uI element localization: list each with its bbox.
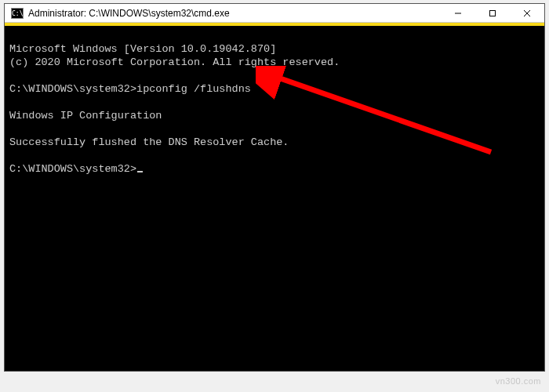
minimize-button[interactable] (441, 4, 475, 22)
terminal-content[interactable]: Microsoft Windows [Version 10.0.19042.87… (5, 26, 544, 371)
svg-line-5 (271, 75, 491, 152)
window-controls (441, 4, 544, 22)
maximize-button[interactable] (475, 4, 510, 22)
output-line: Microsoft Windows [Version 10.0.19042.87… (9, 43, 276, 55)
typed-command: ipconfig /flushdns (136, 83, 251, 95)
watermark-text: vn300.com (496, 376, 541, 386)
output-line: (c) 2020 Microsoft Corporation. All righ… (9, 56, 340, 68)
text-cursor (137, 171, 143, 172)
svg-rect-1 (490, 10, 496, 16)
window-title: Administrator: C:\WINDOWS\system32\cmd.e… (28, 8, 441, 19)
minimize-icon (454, 9, 462, 17)
prompt-line: C:\WINDOWS\system32> (9, 163, 143, 175)
output-line: Successfully flushed the DNS Resolver Ca… (9, 136, 289, 148)
annotation-arrow-icon (256, 66, 507, 160)
prompt: C:\WINDOWS\system32> (9, 83, 136, 95)
titlebar[interactable]: C:\ Administrator: C:\WINDOWS\system32\c… (5, 4, 544, 23)
maximize-icon (489, 9, 496, 17)
prompt: C:\WINDOWS\system32> (9, 163, 136, 175)
close-icon (523, 9, 531, 17)
prompt-line: C:\WINDOWS\system32>ipconfig /flushdns (9, 83, 251, 95)
cmd-icon: C:\ (11, 8, 24, 19)
close-button[interactable] (510, 4, 544, 22)
output-line: Windows IP Configuration (9, 110, 162, 122)
cmd-window: C:\ Administrator: C:\WINDOWS\system32\c… (4, 3, 545, 372)
